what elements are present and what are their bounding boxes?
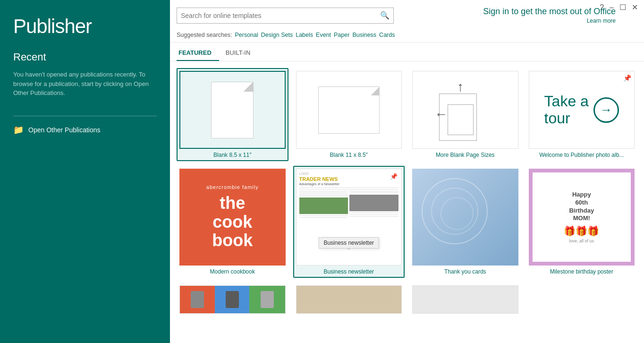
- partial-face-2: [226, 291, 239, 308]
- suggested-searches: Suggested searches: Personal Design Sets…: [177, 29, 635, 42]
- tour-text: Take atour: [544, 93, 589, 126]
- cookbook-thumb: abercrombie family thecookbook: [179, 169, 286, 266]
- open-other-publications-button[interactable]: 📁 Open Other Publications: [13, 125, 157, 135]
- suggested-event[interactable]: Event: [316, 32, 331, 38]
- cookbook-label: Modern cookbook: [210, 268, 255, 275]
- restore-button[interactable]: ☐: [617, 3, 628, 12]
- thankyou-label: Thank you cards: [444, 268, 486, 275]
- template-blank-landscape[interactable]: Blank 11 x 8.5": [293, 68, 405, 161]
- app-title: Publisher: [13, 15, 157, 38]
- more-blank-thumb: ↑ ←: [412, 71, 518, 149]
- blank-landscape-label: Blank 11 x 8.5": [330, 152, 368, 158]
- suggested-design-sets[interactable]: Design Sets: [261, 32, 293, 38]
- newsletter-tooltip: Business newsletter: [318, 237, 379, 249]
- birthday-gifts-icon: 🎁🎁🎁: [564, 225, 599, 237]
- sidebar-description: You haven't opened any publications rece…: [13, 70, 157, 98]
- nl-subtitle: Advantages of a Newsletter: [299, 182, 399, 186]
- suggested-label: Suggested searches:: [177, 32, 232, 38]
- birthday-thumb: Happy60thBirthdayMOM! 🎁🎁🎁 love, all of u…: [529, 169, 635, 266]
- blank-landscape-thumb: [296, 71, 402, 149]
- close-button[interactable]: ✕: [629, 3, 640, 12]
- nl-logo: LOGO: [299, 172, 309, 175]
- templates-row-1: Blank 8.5 x 11" Blank 11 x 8.5" ↑ ←: [177, 68, 637, 161]
- section-title: Recent: [13, 51, 157, 63]
- learn-more-link[interactable]: Learn more: [399, 17, 616, 24]
- newsletter-label: Business newsletter: [323, 268, 374, 275]
- templates-scroll-area[interactable]: Blank 8.5 x 11" Blank 11 x 8.5" ↑ ←: [170, 61, 644, 343]
- suggested-cards[interactable]: Cards: [379, 32, 395, 38]
- left-arrow-icon: ←: [434, 107, 448, 122]
- blank-page-icon: [211, 82, 254, 138]
- suggested-paper[interactable]: Paper: [334, 32, 349, 38]
- template-blank-portrait[interactable]: Blank 8.5 x 11": [177, 68, 288, 161]
- tabs-row: FEATURED BUILT-IN: [170, 43, 644, 61]
- resize-page-front: [448, 104, 474, 135]
- template-tour[interactable]: 📌 Take atour → Welcome to Publisher phot…: [526, 68, 638, 161]
- minimize-button[interactable]: –: [607, 3, 616, 12]
- search-icon[interactable]: 🔍: [380, 11, 390, 20]
- cookbook-title: thecookbook: [212, 194, 253, 250]
- sidebar: Publisher Recent You haven't opened any …: [0, 0, 170, 343]
- tour-content: Take atour →: [544, 93, 619, 126]
- help-button[interactable]: ?: [597, 3, 606, 12]
- templates-row-3-partial: [177, 283, 637, 317]
- suggested-labels[interactable]: Labels: [296, 32, 313, 38]
- birthday-label: Milestone birthday poster: [550, 268, 613, 275]
- suggested-personal[interactable]: Personal: [235, 32, 258, 38]
- partial-2-thumb: [296, 285, 402, 314]
- nl-title: TRADER NEWS: [299, 176, 399, 182]
- partial-face-1: [191, 291, 204, 308]
- tab-built-in[interactable]: BUILT-IN: [224, 46, 258, 61]
- partial-3-thumb: [412, 285, 518, 314]
- more-blank-label: More Blank Page Sizes: [436, 152, 495, 158]
- template-birthday[interactable]: Happy60thBirthdayMOM! 🎁🎁🎁 love, all of u…: [526, 166, 638, 278]
- partial-face-3: [261, 291, 274, 308]
- up-arrow-icon: ↑: [457, 79, 464, 94]
- template-partial-4-spacer: [526, 283, 638, 317]
- tour-arrow-icon: →: [593, 97, 619, 123]
- tab-featured[interactable]: FEATURED: [177, 46, 219, 61]
- newsletter-pin-icon: 📌: [390, 173, 398, 180]
- signin-text: Sign in to get the most out of Office: [399, 7, 616, 17]
- search-box[interactable]: 🔍: [177, 8, 394, 24]
- folder-icon: 📁: [13, 125, 24, 135]
- search-row: 🔍 Sign in to get the most out of Office …: [177, 7, 635, 24]
- template-newsletter[interactable]: LOGO TRADER NEWS Advantages of a Newslet…: [293, 166, 405, 278]
- search-input[interactable]: [181, 12, 380, 19]
- resize-icon: ↑ ←: [439, 79, 491, 141]
- thankyou-thumb: [412, 169, 518, 266]
- blank-portrait-label: Blank 8.5 x 11": [213, 152, 251, 158]
- template-partial-1[interactable]: [177, 283, 288, 317]
- blank-portrait-thumb: [179, 71, 286, 149]
- template-more-blank[interactable]: ↑ ← More Blank Page Sizes: [409, 68, 521, 161]
- sidebar-divider: [13, 116, 157, 116]
- birthday-text: Happy60thBirthdayMOM!: [569, 191, 594, 223]
- pin-icon: 📌: [623, 74, 631, 82]
- template-partial-3[interactable]: [409, 283, 521, 317]
- blank-landscape-icon: [318, 86, 380, 134]
- main-header: 🔍 Sign in to get the most out of Office …: [170, 0, 644, 43]
- template-thankyou[interactable]: Thank you cards: [409, 166, 521, 278]
- tour-thumb: 📌 Take atour →: [529, 71, 635, 149]
- template-cookbook[interactable]: abercrombie family thecookbook Modern co…: [177, 166, 288, 278]
- cookbook-family: abercrombie family: [206, 184, 259, 190]
- window-controls: ? – ☐ ✕: [593, 0, 644, 15]
- partial-1-thumb: [179, 285, 286, 314]
- template-partial-2[interactable]: [293, 283, 405, 317]
- birthday-from: love, all of us: [569, 239, 594, 243]
- newsletter-thumb: LOGO TRADER NEWS Advantages of a Newslet…: [296, 169, 402, 266]
- main-content: 🔍 Sign in to get the most out of Office …: [170, 0, 644, 343]
- swirl-circle-3: [441, 197, 474, 230]
- suggested-business[interactable]: Business: [352, 32, 376, 38]
- tour-label: Welcome to Publisher photo alb...: [539, 152, 624, 158]
- open-other-label: Open Other Publications: [28, 126, 101, 134]
- templates-row-2: abercrombie family thecookbook Modern co…: [177, 166, 637, 278]
